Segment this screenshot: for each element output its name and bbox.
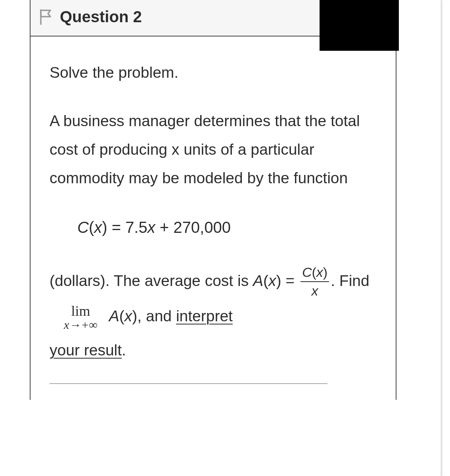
cost-equation: C(x) = 7.5x + 270,000 (50, 213, 377, 242)
text-segment: . Find (331, 272, 370, 289)
question-title: Question 2 (60, 8, 142, 26)
fraction-cx-over-x: C(x) x (301, 264, 329, 299)
problem-description: A business manager determines that the t… (50, 107, 377, 192)
instruction-text: Solve the problem. (50, 58, 377, 87)
underlined-your-result: your result (50, 342, 122, 359)
flag-icon[interactable] (38, 8, 53, 26)
redacted-block (320, 0, 399, 51)
limit-notation: lim x→+∞ (64, 304, 98, 331)
scrollbar[interactable] (435, 0, 444, 476)
scrollbar-track (440, 0, 442, 476)
text-segment: (dollars). The average cost is (50, 272, 253, 289)
divider (50, 383, 327, 384)
question-header: Question 2 (31, 0, 396, 36)
underlined-interpret: interpret (176, 307, 233, 324)
question-content: Solve the problem. A business manager de… (31, 36, 396, 400)
problem-question: (dollars). The average cost is A(x) = C(… (50, 264, 377, 367)
question-card: Question 2 Solve the problem. A business… (30, 0, 396, 400)
